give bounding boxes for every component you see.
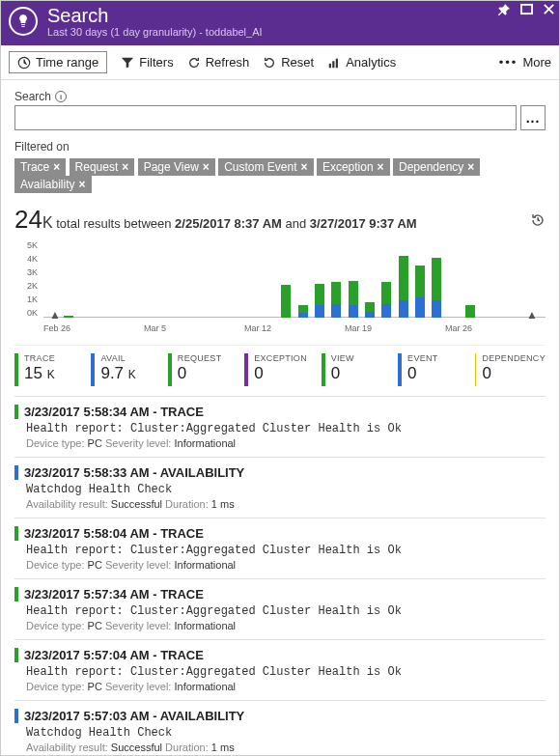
metric-tile[interactable]: AVAIL 9.7 K xyxy=(91,353,161,386)
maximize-icon[interactable] xyxy=(520,3,533,19)
filter-icon xyxy=(121,56,134,70)
filter-chip[interactable]: Page View × xyxy=(138,158,215,176)
pin-icon[interactable] xyxy=(497,3,511,19)
chart-bar[interactable] xyxy=(160,240,177,318)
remove-icon[interactable]: × xyxy=(467,160,474,174)
event-item[interactable]: 3/23/2017 5:57:03 AM - AVAILABILITY Watc… xyxy=(14,700,546,755)
metric-tile[interactable]: EVENT 0 xyxy=(398,353,468,386)
svg-rect-0 xyxy=(521,5,532,14)
filter-chip[interactable]: Trace × xyxy=(14,158,66,176)
metric-label: TRACE xyxy=(24,353,55,363)
refresh-button[interactable]: Refresh xyxy=(187,55,250,70)
metric-tile[interactable]: DEPENDENCY 0 xyxy=(475,353,546,386)
search-input[interactable] xyxy=(14,105,517,130)
range-handle-left[interactable]: ▲ xyxy=(49,308,61,322)
event-message: Health report: Cluster:Aggregated Cluste… xyxy=(26,604,546,618)
remove-icon[interactable]: × xyxy=(203,160,210,174)
chart-bar[interactable] xyxy=(512,240,528,318)
chart-bar[interactable] xyxy=(60,240,76,318)
chart-bar[interactable] xyxy=(445,240,462,318)
remove-icon[interactable]: × xyxy=(122,160,128,174)
event-message: Watchdog Health Check xyxy=(26,483,546,496)
remove-icon[interactable]: × xyxy=(378,160,384,174)
metric-tile[interactable]: EXCEPTION 0 xyxy=(244,353,315,386)
metric-color-bar xyxy=(475,353,477,386)
metric-tile[interactable]: REQUEST 0 xyxy=(168,353,238,386)
event-meta: Availability result: Successful Duration… xyxy=(26,498,546,510)
filters-button[interactable]: Filters xyxy=(121,55,173,70)
blade-title: Search xyxy=(47,5,263,26)
metric-tile[interactable]: TRACE 15 K xyxy=(14,353,85,386)
results-chart[interactable]: 5K4K3K2K1K0K ▲ ▲ Feb 26Mar 5Mar 12Mar 19… xyxy=(43,240,546,337)
chart-bar[interactable] xyxy=(361,240,378,318)
svg-rect-2 xyxy=(329,63,331,67)
chart-bar[interactable] xyxy=(345,240,361,318)
chart-bar[interactable] xyxy=(144,240,160,318)
chart-bar[interactable] xyxy=(261,240,277,318)
chart-bar[interactable] xyxy=(411,240,428,318)
history-icon[interactable] xyxy=(530,212,546,232)
time-range-button[interactable]: Time range xyxy=(9,51,107,73)
event-color-bar xyxy=(14,526,18,541)
chart-bar[interactable] xyxy=(178,240,194,318)
metric-value: 0 xyxy=(331,365,354,382)
event-item[interactable]: 3/23/2017 5:58:04 AM - TRACE Health repo… xyxy=(14,518,546,578)
chart-bar[interactable] xyxy=(110,240,126,318)
chart-bar[interactable] xyxy=(127,240,144,318)
remove-icon[interactable]: × xyxy=(53,160,60,174)
chart-bar[interactable] xyxy=(328,240,345,318)
analytics-icon xyxy=(327,56,341,70)
reset-button[interactable]: Reset xyxy=(263,55,314,70)
event-message: Health report: Cluster:Aggregated Cluste… xyxy=(26,422,546,435)
event-item[interactable]: 3/23/2017 5:57:34 AM - TRACE Health repo… xyxy=(14,578,546,639)
chart-bar[interactable] xyxy=(378,240,395,318)
chart-bar[interactable] xyxy=(529,240,546,318)
metric-value: 15 K xyxy=(24,365,55,383)
chart-bar[interactable] xyxy=(429,240,445,318)
chart-bar[interactable] xyxy=(495,240,512,318)
chart-bar[interactable] xyxy=(395,240,411,318)
chart-bar[interactable] xyxy=(43,240,60,318)
analytics-button[interactable]: Analytics xyxy=(327,55,396,70)
info-icon[interactable]: i xyxy=(55,91,67,102)
chart-bar[interactable] xyxy=(210,240,227,318)
metric-color-bar xyxy=(244,353,248,386)
undo-icon xyxy=(263,56,276,70)
chart-bar[interactable] xyxy=(278,240,294,318)
chart-bar[interactable] xyxy=(462,240,478,318)
remove-icon[interactable]: × xyxy=(301,160,308,174)
chart-y-labels: 5K4K3K2K1K0K xyxy=(14,240,38,318)
more-button[interactable]: ••• More xyxy=(499,55,551,70)
event-color-bar xyxy=(14,587,18,602)
chart-bar[interactable] xyxy=(228,240,244,318)
chart-bar[interactable] xyxy=(77,240,94,318)
close-icon[interactable] xyxy=(543,3,555,19)
chart-bar[interactable] xyxy=(311,240,327,318)
event-list: 3/23/2017 5:58:34 AM - TRACE Health repo… xyxy=(14,396,546,755)
event-item[interactable]: 3/23/2017 5:57:04 AM - TRACE Health repo… xyxy=(14,639,546,700)
chart-bar[interactable] xyxy=(479,240,495,318)
chart-bar[interactable] xyxy=(94,240,110,318)
filter-chip[interactable]: Request × xyxy=(70,158,135,176)
metric-value: 0 xyxy=(407,365,438,382)
metric-color-bar xyxy=(398,353,402,386)
chart-bar[interactable] xyxy=(294,240,311,318)
metrics-row: TRACE 15 K AVAIL 9.7 K REQUEST 0 EXCEPTI… xyxy=(14,345,546,386)
remove-icon[interactable]: × xyxy=(78,178,85,191)
event-meta: Availability result: Successful Duration… xyxy=(26,742,546,753)
metric-label: EXCEPTION xyxy=(254,353,307,363)
filter-chip[interactable]: Custom Event × xyxy=(218,158,313,176)
event-item[interactable]: 3/23/2017 5:58:33 AM - AVAILABILITY Watc… xyxy=(14,457,546,518)
chart-bar[interactable] xyxy=(194,240,210,318)
search-options-button[interactable]: ... xyxy=(520,105,546,130)
metric-tile[interactable]: VIEW 0 xyxy=(322,353,392,386)
filter-chip[interactable]: Exception × xyxy=(317,158,390,176)
svg-rect-3 xyxy=(332,61,334,68)
filter-chip[interactable]: Availability × xyxy=(14,176,92,193)
chart-bar[interactable] xyxy=(244,240,261,318)
filter-chip[interactable]: Dependency × xyxy=(393,158,480,176)
chart-x-labels: Feb 26Mar 5Mar 12Mar 19Mar 26 xyxy=(43,323,546,333)
range-handle-right[interactable]: ▲ xyxy=(526,308,538,322)
event-item[interactable]: 3/23/2017 5:58:34 AM - TRACE Health repo… xyxy=(14,396,546,457)
metric-label: VIEW xyxy=(331,353,354,363)
